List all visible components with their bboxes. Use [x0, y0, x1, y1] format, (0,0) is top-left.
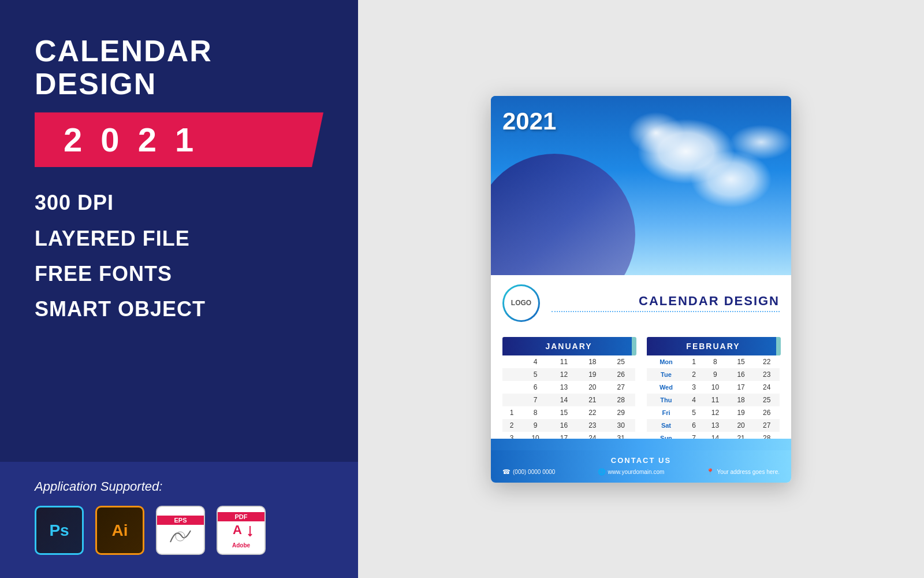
- cell: 3: [685, 381, 702, 394]
- cell: 19: [728, 406, 754, 419]
- cell: 19: [578, 368, 606, 381]
- cell: 20: [578, 381, 606, 394]
- app-supported-label: Application Supported:: [35, 479, 323, 494]
- cell: 6: [521, 381, 549, 394]
- cell: 23: [754, 368, 780, 381]
- ai-icon: Ai: [95, 506, 144, 555]
- adobe-label: Adobe: [232, 542, 250, 549]
- cell: 1: [502, 406, 521, 419]
- cell: 13: [550, 381, 578, 394]
- table-row: Mon 1 8 15 22: [647, 355, 780, 368]
- cell: 21: [578, 394, 606, 406]
- eps-label: EPS: [157, 516, 204, 525]
- pdf-label: PDF: [218, 512, 264, 521]
- january-block: JANUARY 4 11 18 25 5 12: [502, 337, 635, 444]
- cell: 30: [607, 419, 635, 432]
- contact-items: ☎ (000) 0000 0000 🌐 www.yourdomain.com 📍…: [502, 468, 780, 476]
- cell: 16: [550, 419, 578, 432]
- cell: 26: [754, 406, 780, 419]
- cell: 25: [607, 355, 635, 368]
- calendar-header: 2021: [491, 96, 791, 281]
- contact-us-label: CONTACT US: [502, 456, 780, 465]
- cell: 28: [607, 394, 635, 406]
- calendar-title-block: CALENDAR DESIGN: [552, 294, 780, 312]
- website-url: www.yourdomain.com: [608, 469, 665, 475]
- eps-icon: EPS: [156, 506, 205, 555]
- cell: 20: [728, 419, 754, 432]
- cell: 23: [578, 419, 606, 432]
- cell: 4: [685, 394, 702, 406]
- table-row: 5 12 19 26: [502, 368, 635, 381]
- cell: 2: [685, 368, 702, 381]
- cell: 16: [728, 368, 754, 381]
- table-row: 4 11 18 25: [502, 355, 635, 368]
- cell: 12: [702, 406, 728, 419]
- cell: 9: [702, 368, 728, 381]
- pdf-graphic: A: [230, 521, 253, 542]
- contact-phone: ☎ (000) 0000 0000: [502, 468, 555, 476]
- cell: 6: [685, 419, 702, 432]
- cell: 22: [754, 355, 780, 368]
- ps-label: Ps: [49, 521, 69, 540]
- contact-address: 📍 Your address goes here.: [706, 468, 780, 476]
- february-grid: Mon 1 8 15 22 Tue 2 9 16 23: [647, 355, 780, 444]
- table-row: 6 13 20 27: [502, 381, 635, 394]
- features-list: 300 DPI LAYERED FILE FREE FONTS SMART OB…: [35, 190, 323, 332]
- cell: 9: [521, 419, 549, 432]
- cell: 8: [702, 355, 728, 368]
- feature-dpi: 300 DPI: [35, 190, 323, 215]
- address-text: Your address goes here.: [717, 469, 780, 475]
- ai-label: Ai: [112, 521, 128, 540]
- year-badge: 2 0 2 1: [35, 112, 323, 167]
- header-background: 2021: [491, 96, 791, 281]
- right-panel: 2021 LOGO CALENDAR DESIGN JANUARY 4: [358, 0, 924, 578]
- app-icons: Ps Ai EPS PDF A: [35, 506, 323, 555]
- phone-icon: ☎: [502, 468, 511, 476]
- svg-point-0: [176, 532, 185, 541]
- cell: 25: [754, 394, 780, 406]
- footer-arch: [491, 439, 791, 450]
- pdf-icon: PDF A Adobe: [217, 506, 266, 555]
- table-row: Fri 5 12 19 26: [647, 406, 780, 419]
- cell: 15: [728, 355, 754, 368]
- table-row: 7 14 21 28: [502, 394, 635, 406]
- cell: 29: [607, 406, 635, 419]
- calendar-design-label: CALENDAR DESIGN: [552, 294, 780, 312]
- calendar-card: 2021 LOGO CALENDAR DESIGN JANUARY 4: [491, 96, 791, 483]
- logo-circle: LOGO: [502, 284, 540, 322]
- cell: 15: [550, 406, 578, 419]
- cell: [502, 368, 521, 381]
- cell: [502, 394, 521, 406]
- table-row: Thu 4 11 18 25: [647, 394, 780, 406]
- cell: 12: [550, 368, 578, 381]
- phone-number: (000) 0000 0000: [513, 469, 555, 475]
- cell: 24: [754, 381, 780, 394]
- table-row: 2 9 16 23 30: [502, 419, 635, 432]
- eps-graphic: [167, 525, 193, 545]
- cell: 11: [702, 394, 728, 406]
- table-row: Tue 2 9 16 23: [647, 368, 780, 381]
- calendar-footer: CONTACT US ☎ (000) 0000 0000 🌐 www.yourd…: [491, 450, 791, 483]
- feature-smart: SMART OBJECT: [35, 297, 323, 321]
- location-icon: 📍: [706, 468, 714, 476]
- cell: 26: [607, 368, 635, 381]
- cell: 17: [728, 381, 754, 394]
- cell: 1: [685, 355, 702, 368]
- calendar-year-overlay: 2021: [502, 108, 556, 135]
- cell: 10: [702, 381, 728, 394]
- day-name-sat: Sat: [647, 419, 685, 432]
- globe-icon: 🌐: [598, 468, 606, 476]
- cell: 27: [754, 419, 780, 432]
- day-name-wed: Wed: [647, 381, 685, 394]
- cell: 8: [521, 406, 549, 419]
- ps-icon: Ps: [35, 506, 84, 555]
- cell: 22: [578, 406, 606, 419]
- cell: 18: [578, 355, 606, 368]
- january-grid: 4 11 18 25 5 12 19 26: [502, 355, 635, 444]
- info-bar: LOGO CALENDAR DESIGN: [491, 275, 791, 331]
- bottom-section: Application Supported: Ps Ai EPS PDF: [0, 462, 358, 578]
- cell: 7: [521, 394, 549, 406]
- day-name-fri: Fri: [647, 406, 685, 419]
- day-name-mon: Mon: [647, 355, 685, 368]
- cell: 11: [550, 355, 578, 368]
